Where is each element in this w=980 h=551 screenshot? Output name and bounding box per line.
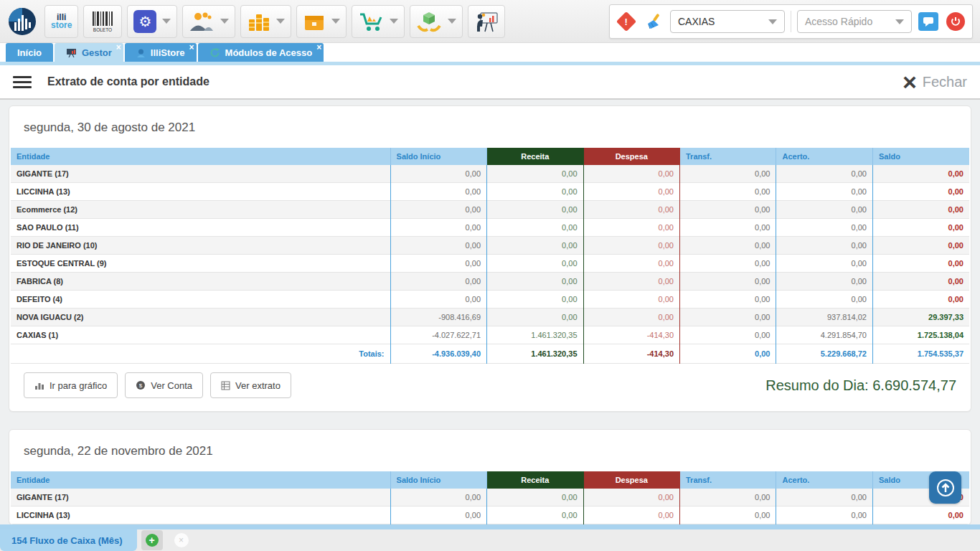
receita-cell: 0,00 (487, 291, 583, 309)
despesa-cell: 0,00 (583, 255, 679, 273)
customers-button[interactable] (182, 5, 235, 38)
entity-cell: SAO PAULO (11) (11, 219, 390, 237)
table-row[interactable]: LICCINHA (13)0,000,000,000,000,000,00 (11, 183, 969, 201)
saldo-inicio-cell: -4.027.622,71 (390, 326, 486, 344)
close-panel-icon[interactable]: × (174, 533, 189, 547)
boleto-button[interactable]: BOLETO (83, 5, 122, 38)
tab-modulos-de-acesso[interactable]: Módulos de Acesso × (198, 43, 324, 62)
chevron-down-icon (448, 19, 456, 24)
table-row[interactable]: CAXIAS (1)-4.027.622,711.461.320,35-414,… (11, 326, 969, 344)
chevron-down-icon (768, 19, 777, 24)
table-row[interactable]: RIO DE JANEIRO (10)0,000,000,000,000,000… (11, 237, 969, 255)
close-page-button[interactable]: × Fechar (903, 71, 967, 93)
transf-cell: 0,00 (680, 219, 776, 237)
menu-icon[interactable] (13, 73, 32, 91)
transf-cell: 0,00 (680, 489, 776, 507)
entity-select[interactable]: CAXIAS (670, 10, 785, 33)
bottom-tab-fluxo-de-caixa[interactable]: 154 Fluxo de Caixa (Mês) (0, 529, 137, 551)
entity-select-value: CAXIAS (678, 16, 715, 27)
column-header-despesa: Despesa (583, 471, 679, 489)
quick-access-select[interactable]: Acesso Rápido (797, 10, 912, 33)
despesa-cell: 0,00 (583, 165, 679, 183)
logout-button[interactable] (945, 11, 966, 32)
despesa-cell: -414,30 (583, 326, 679, 344)
products-button[interactable] (296, 5, 347, 38)
acerto-cell: 0,00 (776, 255, 872, 273)
tab-label: Início (17, 47, 42, 58)
column-header-acerto: Acerto. (776, 148, 872, 165)
tab-illistore[interactable]: IlliStore × (125, 43, 197, 62)
toolbar-right-group: ! CAXIAS Acesso Rápido (609, 4, 973, 39)
sales-button[interactable] (352, 5, 405, 38)
total-transf-cell: 0,00 (680, 344, 776, 364)
presentation-icon (66, 48, 77, 57)
power-icon (946, 12, 965, 31)
saldo-inicio-cell: 0,00 (390, 273, 486, 291)
stock-button[interactable] (410, 5, 463, 38)
table-row[interactable]: GIGANTE (17)0,000,000,000,000,000,00 (11, 165, 969, 183)
column-header-saldo: Saldo (872, 148, 969, 165)
saldo-cell: 0,00 (872, 219, 969, 237)
total-receita-cell: 1.461.320,35 (487, 344, 583, 364)
despesa-cell: 0,00 (583, 273, 679, 291)
scroll-to-top-button[interactable] (929, 471, 961, 504)
tab-gestor[interactable]: Gestor × (55, 43, 123, 62)
table-row[interactable]: SAO PAULO (11)0,000,000,000,000,000,00 (11, 219, 969, 237)
receita-cell: 0,00 (487, 273, 583, 291)
entity-cell: CAXIAS (1) (11, 326, 390, 344)
table-row[interactable]: LICCINHA (13)0,000,000,000,000,000,00 (11, 507, 969, 524)
tab-close-icon[interactable]: × (189, 43, 194, 52)
table-row[interactable]: ESTOQUE CENTRAL (9)0,000,000,000,000,000… (11, 255, 969, 273)
alert-button[interactable]: ! (616, 11, 637, 32)
table-row[interactable]: NOVA IGUACU (2)-908.416,690,000,000,0093… (11, 309, 969, 326)
saldo-inicio-cell: 0,00 (390, 165, 486, 183)
column-header-entidade: Entidade (11, 471, 390, 489)
table-header-row: EntidadeSaldo InícioReceitaDespesaTransf… (11, 471, 969, 489)
view-statement-button[interactable]: Ver extrato (210, 372, 291, 398)
table-row[interactable]: FABRICA (8)0,000,000,000,000,000,00 (11, 273, 969, 291)
go-to-chart-button[interactable]: Ir para gráfico (24, 372, 118, 398)
gear-icon: ⚙ (133, 10, 156, 33)
tab-inicio[interactable]: Início (6, 43, 53, 62)
illistore-button[interactable]: illi store (44, 5, 78, 38)
despesa-cell: 0,00 (583, 309, 679, 326)
quick-access-placeholder: Acesso Rápido (805, 16, 872, 27)
totals-label: Totais: (11, 344, 390, 364)
app-logo-icon[interactable] (7, 6, 37, 37)
finance-button[interactable] (240, 5, 291, 38)
acerto-cell: 937.814,02 (776, 309, 872, 326)
presentation-icon (474, 11, 499, 32)
column-header-saldo-inicio: Saldo Início (390, 471, 486, 489)
tab-close-icon[interactable]: × (316, 43, 321, 52)
chevron-down-icon (895, 19, 904, 24)
table-row[interactable]: Ecommerce (12)0,000,000,000,000,000,00 (11, 201, 969, 219)
column-header-despesa: Despesa (583, 148, 679, 165)
acerto-cell: 0,00 (776, 183, 872, 201)
page-header: Extrato de conta por entidade × Fechar (0, 65, 980, 100)
transf-cell: 0,00 (680, 273, 776, 291)
view-account-button[interactable]: $ Ver Conta (125, 372, 203, 398)
entity-cell: LICCINHA (13) (11, 507, 390, 524)
saldo-cell: 0,00 (872, 237, 969, 255)
main-toolbar: illi store BOLETO ⚙ (0, 0, 980, 43)
plus-icon: + (146, 534, 159, 547)
reports-button[interactable] (468, 5, 505, 38)
close-icon: × (903, 71, 917, 93)
chevron-down-icon (276, 19, 285, 24)
add-panel-button[interactable]: + (141, 530, 163, 550)
clean-button[interactable] (643, 11, 664, 32)
table-row[interactable]: DEFEITO (4)0,000,000,000,000,000,00 (11, 291, 969, 309)
transf-cell: 0,00 (680, 255, 776, 273)
tab-close-icon[interactable]: × (116, 43, 121, 52)
table-row[interactable]: GIGANTE (17)0,000,000,000,000,000,00 (11, 489, 969, 507)
saldo-cell: 0,00 (872, 183, 969, 201)
day-summary: Resumo do Dia: 6.690.574,77 (765, 377, 956, 394)
chat-button[interactable] (918, 11, 939, 32)
transf-cell: 0,00 (680, 291, 776, 309)
acerto-cell: 0,00 (776, 489, 872, 507)
transf-cell: 0,00 (680, 183, 776, 201)
entity-cell: Ecommerce (12) (11, 201, 390, 219)
despesa-cell: 0,00 (583, 219, 679, 237)
arrow-up-icon (936, 478, 956, 498)
settings-button[interactable]: ⚙ (127, 5, 177, 38)
